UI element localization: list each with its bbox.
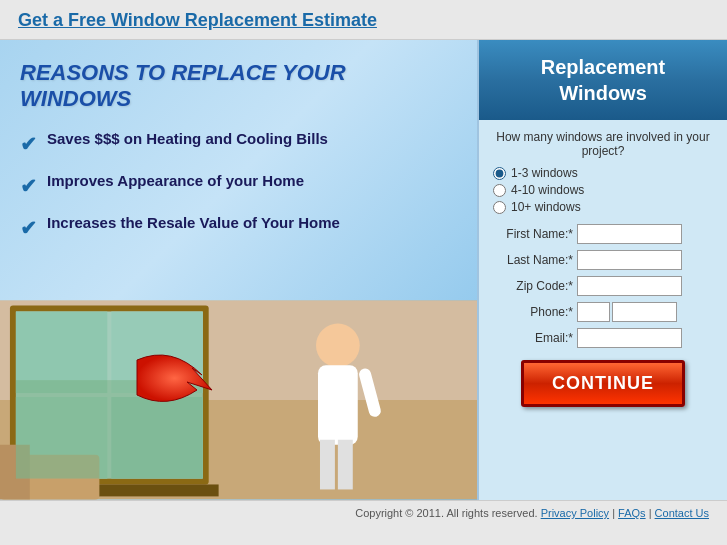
phone-inputs — [577, 302, 677, 322]
reason-text-2: Improves Appearance of your Home — [47, 172, 304, 189]
main-content: REASONS TO REPLACE YOUR WINDOWS ✔ Saves … — [0, 40, 727, 500]
form-header: Replacement Windows — [479, 40, 727, 120]
radio-input-1-3[interactable] — [493, 167, 506, 180]
right-panel: Replacement Windows How many windows are… — [477, 40, 727, 500]
reason-item-2: ✔ Improves Appearance of your Home — [20, 172, 457, 198]
page-header: Get a Free Window Replacement Estimate — [0, 0, 727, 40]
email-input[interactable] — [577, 328, 682, 348]
phone-area-input[interactable] — [577, 302, 610, 322]
svg-rect-14 — [338, 440, 353, 490]
reason-text-3: Increases the Resale Value of Your Home — [47, 214, 340, 231]
form-title: Replacement Windows — [489, 54, 717, 106]
last-name-row: Last Name:* — [493, 250, 713, 270]
reasons-title: REASONS TO REPLACE YOUR WINDOWS — [20, 60, 457, 112]
svg-point-11 — [316, 323, 360, 367]
page-title: Get a Free Window Replacement Estimate — [18, 10, 709, 31]
contact-us-link[interactable]: Contact Us — [655, 507, 709, 519]
checkmark-icon-2: ✔ — [20, 174, 37, 198]
radio-input-10-plus[interactable] — [493, 201, 506, 214]
email-row: Email:* — [493, 328, 713, 348]
reason-text-1: Saves $$$ on Heating and Cooling Bills — [47, 130, 328, 147]
arrow-icon — [132, 340, 222, 420]
radio-label-1-3: 1-3 windows — [511, 166, 578, 180]
radio-4-10-windows[interactable]: 4-10 windows — [493, 183, 713, 197]
window-photo — [0, 300, 477, 500]
windows-question: How many windows are involved in your pr… — [493, 130, 713, 158]
svg-rect-12 — [318, 365, 358, 445]
radio-label-4-10: 4-10 windows — [511, 183, 584, 197]
form-body: How many windows are involved in your pr… — [479, 120, 727, 417]
reason-item-3: ✔ Increases the Resale Value of Your Hom… — [20, 214, 457, 240]
reason-item-1: ✔ Saves $$$ on Heating and Cooling Bills — [20, 130, 457, 156]
phone-number-input[interactable] — [612, 302, 677, 322]
last-name-input[interactable] — [577, 250, 682, 270]
radio-group: 1-3 windows 4-10 windows 10+ windows — [493, 166, 713, 214]
phone-label: Phone:* — [493, 305, 573, 319]
radio-input-4-10[interactable] — [493, 184, 506, 197]
phone-row: Phone:* — [493, 302, 713, 322]
first-name-input[interactable] — [577, 224, 682, 244]
left-panel: REASONS TO REPLACE YOUR WINDOWS ✔ Saves … — [0, 40, 477, 500]
copyright-text: Copyright © 2011. All rights reserved. — [355, 507, 537, 519]
zip-code-label: Zip Code:* — [493, 279, 573, 293]
first-name-label: First Name:* — [493, 227, 573, 241]
privacy-policy-link[interactable]: Privacy Policy — [541, 507, 609, 519]
checkmark-icon-3: ✔ — [20, 216, 37, 240]
zip-code-row: Zip Code:* — [493, 276, 713, 296]
faqs-link[interactable]: FAQs — [618, 507, 646, 519]
first-name-row: First Name:* — [493, 224, 713, 244]
continue-button[interactable]: CONTINUE — [521, 360, 685, 407]
email-label: Email:* — [493, 331, 573, 345]
radio-10-plus-windows[interactable]: 10+ windows — [493, 200, 713, 214]
checkmark-icon-1: ✔ — [20, 132, 37, 156]
footer: Copyright © 2011. All rights reserved. P… — [0, 500, 727, 530]
last-name-label: Last Name:* — [493, 253, 573, 267]
zip-code-input[interactable] — [577, 276, 682, 296]
svg-rect-13 — [320, 440, 335, 490]
radio-label-10-plus: 10+ windows — [511, 200, 581, 214]
reasons-section: REASONS TO REPLACE YOUR WINDOWS ✔ Saves … — [0, 40, 477, 266]
radio-1-3-windows[interactable]: 1-3 windows — [493, 166, 713, 180]
